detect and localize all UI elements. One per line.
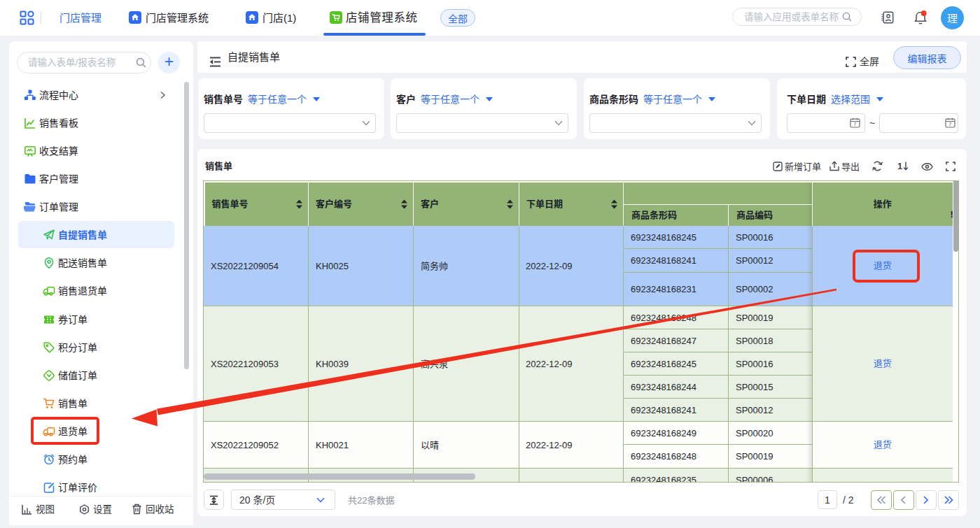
svg-text:7: 7 xyxy=(853,121,856,127)
svg-text:7: 7 xyxy=(948,121,951,127)
